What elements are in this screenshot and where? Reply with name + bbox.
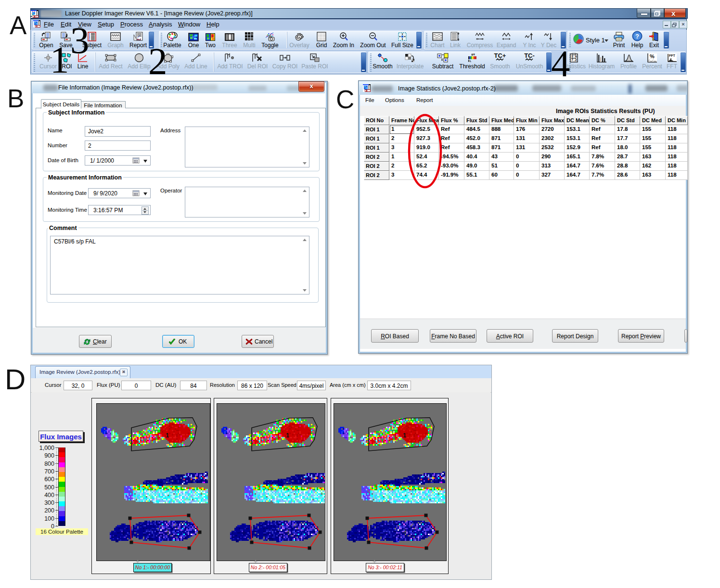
svg-text:%: % [650, 53, 655, 59]
svg-text:?: ? [635, 33, 639, 40]
svg-text:TC-: TC- [524, 53, 535, 59]
svg-text:TC+: TC+ [494, 53, 506, 59]
svg-text:7.2: 7.2 [571, 59, 577, 62]
svg-text:H: H [473, 53, 475, 56]
svg-text:L: L [470, 60, 472, 63]
svg-text:FFT: FFT [669, 54, 676, 57]
svg-text:3.0: 3.0 [571, 55, 577, 59]
